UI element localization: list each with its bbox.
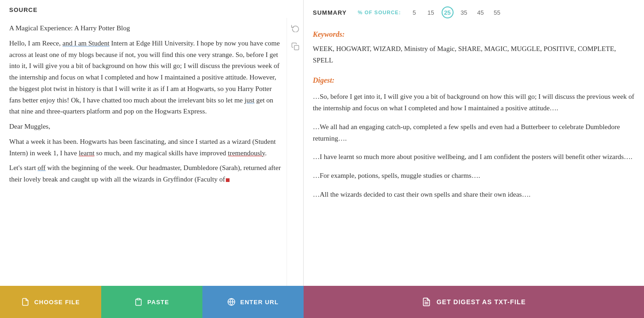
underlined-text-5: off [38,164,46,171]
right-action-buttons: GET DIGEST AS TXT-FILE [304,286,644,318]
source-icon-bar [287,18,303,286]
choose-file-button[interactable]: CHOOSE FILE [0,286,101,318]
keywords-text: WEEK, HOGWART, WIZARD, Ministry of Magic… [313,43,635,66]
pct-options-group: 5 15 25 35 45 55 [408,6,503,18]
source-title: A Magical Experience: A Harry Potter Blo… [9,23,282,34]
paste-label: PASTE [147,299,169,306]
pct-option-45[interactable]: 45 [475,6,487,18]
right-panel: SUMMARY % OF SOURCE: 5 15 25 35 45 55 Ke… [304,0,644,286]
copy-icon[interactable] [289,40,302,53]
digest-paragraph-4: …For example, potions, spells, muggle st… [313,170,635,182]
keywords-label: Keywords: [313,28,635,40]
summary-title: SUMMARY [313,9,347,16]
left-panel: SOURCE A Magical Experience: A Harry Pot… [0,0,304,286]
pct-of-source-label: % OF SOURCE: [358,10,401,15]
pct-option-35[interactable]: 35 [458,6,470,18]
choose-file-label: CHOOSE FILE [34,299,80,306]
get-digest-label: GET DIGEST AS TXT-FILE [437,298,526,306]
digest-label: Digest: [313,74,635,86]
digest-icon [422,297,431,307]
summary-header-bar: SUMMARY % OF SOURCE: 5 15 25 35 45 55 [304,0,644,23]
source-header: SOURCE [0,0,303,18]
underlined-text-1: and I am Student [63,40,109,47]
pct-option-15[interactable]: 15 [425,6,437,18]
digest-paragraph-2: …We all had an engaging catch-up, comple… [313,121,635,144]
underlined-text-3: learnt [79,149,94,157]
digest-paragraph-1: …So, before I get into it, I will give y… [313,91,635,114]
left-action-buttons: CHOOSE FILE PASTE ENTER URL [0,286,304,318]
refresh-icon[interactable] [289,22,302,34]
paste-button[interactable]: PASTE [101,286,202,318]
paste-icon [134,298,143,306]
digest-paragraph-5: …All the wizards decided to cast their o… [313,189,635,200]
source-paragraph-1: Hello, I am Reece, and I am Student Inte… [9,38,282,117]
red-dot-indicator [226,178,230,182]
digest-paragraph-3: …I have learnt so much more about positi… [313,151,635,163]
pct-option-5[interactable]: 5 [408,6,420,18]
source-paragraph-3: What a week it has been. Hogwarts has be… [9,136,282,159]
source-paragraph-4: Let's start off with the beginning of th… [9,162,282,185]
underlined-text-4: tremendously [228,149,265,157]
choose-file-icon [21,298,29,306]
source-paragraph-2: Dear Muggles, [9,121,282,132]
svg-rect-1 [137,299,140,300]
source-text-area: A Magical Experience: A Harry Potter Blo… [9,18,287,286]
svg-rect-0 [294,45,299,50]
underlined-text-2: just [245,97,255,104]
enter-url-button[interactable]: ENTER URL [202,286,304,318]
enter-url-icon [227,298,236,306]
get-digest-button[interactable]: GET DIGEST AS TXT-FILE [304,286,644,318]
enter-url-label: ENTER URL [240,299,278,306]
pct-option-25[interactable]: 25 [442,6,454,18]
pct-option-55[interactable]: 55 [491,6,503,18]
summary-content-area: Keywords: WEEK, HOGWART, WIZARD, Ministr… [304,23,644,286]
bottom-bar: CHOOSE FILE PASTE ENTER URL [0,286,644,318]
